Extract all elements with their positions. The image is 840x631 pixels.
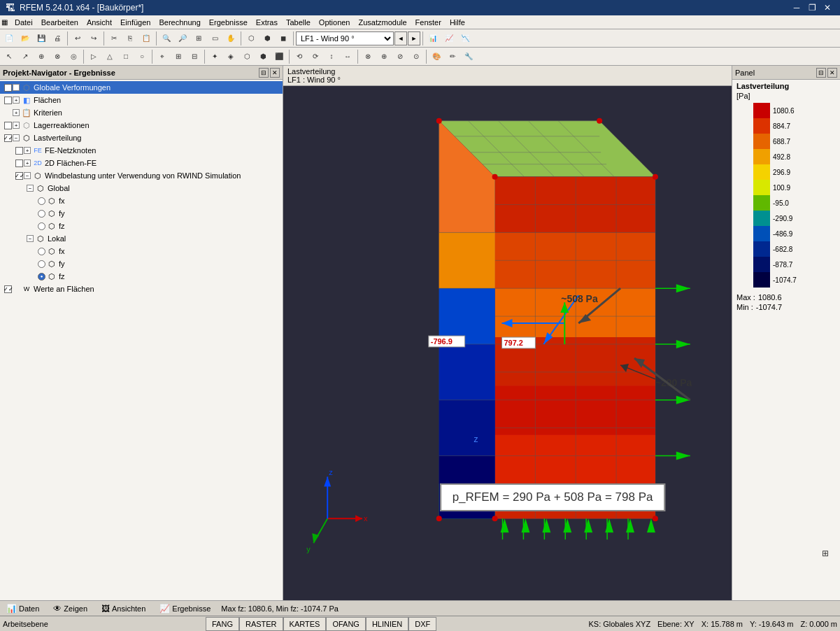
tb-pan[interactable]: ✋ — [223, 31, 239, 46]
tb-zoom-in[interactable]: 🔍 — [159, 31, 174, 46]
tb-btn1[interactable]: 🖨 — [50, 31, 65, 46]
viewport-canvas[interactable]: -796.9 797.2 ~508 Pa ~290 Pa — [283, 86, 732, 595]
zeigen-button[interactable]: 👁 Zeigen — [50, 602, 91, 615]
tb-zoom-fit[interactable]: ⊞ — [191, 31, 206, 46]
tb-undo[interactable]: ↩ — [70, 31, 85, 46]
tb-cut[interactable]: ✂ — [106, 31, 122, 46]
tree-item-fx-global[interactable]: ⬡ fx — [0, 194, 283, 207]
tree-item-fz-lokal[interactable]: ⬡ fz — [0, 270, 283, 283]
tb2-6[interactable]: ▷ — [86, 49, 101, 64]
tab-hlinien[interactable]: HLINIEN — [366, 617, 408, 631]
tb-paste[interactable]: 📋 — [138, 31, 154, 46]
rb-fy-lokal[interactable] — [38, 260, 45, 268]
panel-float-btn[interactable]: ⊟ — [259, 68, 269, 78]
tb-3d[interactable]: ⬡ — [243, 31, 259, 46]
tb-result3[interactable]: 📉 — [457, 31, 473, 46]
tree-item-fy-lokal[interactable]: ⬡ fy — [0, 257, 283, 270]
exp-2d[interactable]: + — [24, 159, 31, 166]
tb2-8[interactable]: □ — [118, 49, 134, 64]
tb-open[interactable]: 📂 — [17, 31, 33, 46]
rb-fz-global[interactable] — [38, 222, 45, 230]
tab-fang[interactable]: FANG — [206, 617, 239, 631]
daten-button[interactable]: 📊 Daten — [3, 602, 43, 615]
tb2-24[interactable]: ⊘ — [392, 49, 408, 64]
menu-einfuegen[interactable]: Einfügen — [116, 17, 155, 28]
tb2-7[interactable]: △ — [102, 49, 118, 64]
menu-datei[interactable]: Datei — [10, 17, 37, 28]
tb2-5[interactable]: ◎ — [66, 49, 81, 64]
menu-fenster[interactable]: Fenster — [411, 17, 446, 28]
tree-item-globale-verformungen[interactable]: + ⬡ Globale Verformungen — [0, 81, 283, 94]
tree-item-global[interactable]: − ⬡ Global — [0, 182, 283, 194]
exp-lokal[interactable]: − — [27, 235, 34, 242]
tb-save[interactable]: 💾 — [34, 31, 49, 46]
ansichten-button[interactable]: 🖼 Ansichten — [98, 602, 149, 615]
tree-item-fe-netz[interactable]: + FE FE-Netzknoten — [0, 144, 283, 157]
tree-item-fz-global[interactable]: ⬡ fz — [0, 220, 283, 232]
tb2-16[interactable]: ⬢ — [255, 49, 271, 64]
tree-item-fy-global[interactable]: ⬡ fy — [0, 207, 283, 220]
minimize-button[interactable]: ─ — [790, 1, 804, 14]
tb2-26[interactable]: 🎨 — [429, 49, 444, 64]
exp-lager[interactable]: + — [13, 122, 20, 129]
tree-item-lagerreaktionen[interactable]: + ⬡ Lagerreaktionen — [0, 119, 283, 132]
cb-wind[interactable]: ✓ — [15, 172, 23, 180]
menu-berechnung[interactable]: Berechnung — [155, 17, 204, 28]
tb2-21[interactable]: ↔ — [340, 49, 355, 64]
tab-kartes[interactable]: KARTES — [283, 617, 327, 631]
tb2-15[interactable]: ⬡ — [239, 49, 255, 64]
close-button[interactable]: ✕ — [820, 1, 834, 14]
tb-redo[interactable]: ↪ — [86, 31, 101, 46]
menu-hilfe[interactable]: Hilfe — [446, 17, 469, 28]
tb-copy[interactable]: ⎘ — [122, 31, 138, 46]
tb2-10[interactable]: ⌖ — [155, 49, 170, 64]
tb2-1[interactable]: ↖ — [1, 49, 17, 64]
tb-wire[interactable]: ⬢ — [259, 31, 275, 46]
tree-item-fx-lokal[interactable]: ⬡ fx — [0, 245, 283, 257]
panel-close-btn[interactable]: ✕ — [270, 68, 280, 78]
tb2-27[interactable]: ✏ — [445, 49, 460, 64]
tb-new[interactable]: 📄 — [1, 31, 17, 46]
tree-item-werte[interactable]: ✓ W Werte an Flächen — [0, 283, 283, 295]
legend-settings-btn[interactable]: ⊞ — [818, 546, 833, 561]
viewport[interactable]: Lastverteilung LF1 : Wind 90 ° — [283, 66, 732, 600]
tree-item-flaechen[interactable]: + ◧ Flächen — [0, 94, 283, 106]
exp-flaechen[interactable]: + — [13, 97, 20, 104]
tb-result1[interactable]: 📊 — [425, 31, 441, 46]
restore-button[interactable]: ❐ — [805, 1, 819, 14]
tree-item-lokal[interactable]: − ⬡ Lokal — [0, 232, 283, 245]
exp-last[interactable]: − — [13, 134, 20, 141]
menu-tabelle[interactable]: Tabelle — [282, 17, 315, 28]
tb2-3[interactable]: ⊕ — [34, 49, 49, 64]
tb2-20[interactable]: ↕ — [324, 49, 339, 64]
right-panel-float-btn[interactable]: ⊟ — [816, 68, 826, 78]
tree-item-2d-fe[interactable]: + 2D 2D Flächen-FE — [0, 157, 283, 169]
menu-zusatzmodule[interactable]: Zusatzmodule — [355, 17, 411, 28]
cb-last[interactable]: ✓ — [4, 134, 12, 142]
cb-fe[interactable] — [15, 147, 23, 155]
cb-2d[interactable] — [15, 159, 23, 167]
tb2-18[interactable]: ⟲ — [292, 49, 307, 64]
nav-next[interactable]: ► — [408, 31, 420, 45]
tb2-14[interactable]: ◈ — [223, 49, 239, 64]
tb2-23[interactable]: ⊕ — [376, 49, 392, 64]
exp-wind[interactable]: − — [24, 172, 31, 179]
tree-item-wind[interactable]: ✓ − ⬡ Windbelastung unter Verwendung von… — [0, 169, 283, 182]
tb-result2[interactable]: 📈 — [441, 31, 457, 46]
tb2-13[interactable]: ✦ — [207, 49, 222, 64]
rb-fx-global[interactable] — [38, 197, 45, 205]
menu-ansicht[interactable]: Ansicht — [83, 17, 116, 28]
rb-fx-lokal[interactable] — [38, 248, 45, 255]
tb2-28[interactable]: 🔧 — [461, 49, 476, 64]
tb2-19[interactable]: ⟳ — [308, 49, 323, 64]
tab-dxf[interactable]: DXF — [408, 617, 436, 631]
rb-fy-global[interactable] — [38, 210, 45, 218]
cb-flaechen[interactable] — [4, 97, 12, 104]
exp-kriterien[interactable]: + — [13, 109, 20, 116]
cb-globale[interactable] — [4, 84, 12, 92]
tb2-25[interactable]: ⊙ — [408, 49, 424, 64]
lf-combo[interactable]: LF1 - Wind 90 ° — [296, 31, 394, 45]
rb-fz-lokal[interactable] — [38, 273, 45, 281]
tb-zoom-rect[interactable]: ▭ — [207, 31, 222, 46]
menu-optionen[interactable]: Optionen — [315, 17, 355, 28]
